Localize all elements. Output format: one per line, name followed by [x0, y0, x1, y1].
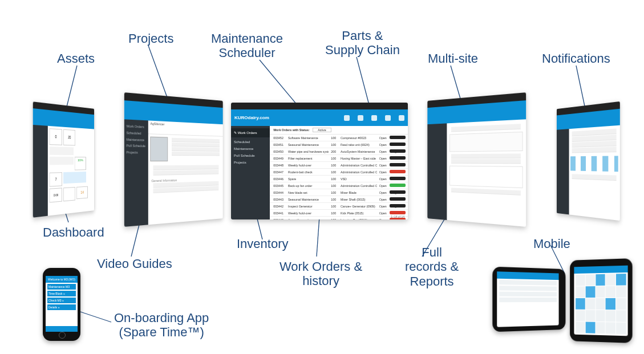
status-filter[interactable]: Active — [313, 128, 331, 132]
table-row[interactable]: 003450Water pipe and hardware system200A… — [270, 148, 408, 155]
table-row[interactable]: 003446Spare100VSDOpenLow — [270, 176, 408, 182]
sidebar-item-scheduled[interactable]: Scheduled Maintenance — [234, 139, 267, 152]
table-row[interactable]: 003449Filter replacement100Hosing Master… — [270, 155, 408, 162]
tablet-right — [570, 258, 632, 343]
truck-icon[interactable] — [399, 115, 404, 121]
phone-device: Welcome to M3 (WO) Maintenance M3 Time B… — [43, 268, 80, 341]
screenshot-asset-detail: Work Orders Scheduled Maintenance Pull S… — [124, 92, 223, 227]
phone-item[interactable]: Time Block » — [47, 291, 76, 296]
pager: 1–14 of 14 — [391, 215, 404, 218]
table-row[interactable]: 003441Weekly hold-over100Kick Plate (051… — [270, 210, 408, 217]
status-pill — [390, 211, 406, 214]
label-dashboard: Dashboard — [43, 225, 104, 239]
table-row[interactable]: 003451Seasonal Maintenance100Feed rake u… — [270, 141, 408, 148]
screenshot-scheduler — [557, 101, 620, 221]
label-multisite: Multi-site — [428, 51, 478, 66]
sidebar-item-pull[interactable]: Pull Schedule — [234, 152, 267, 159]
phone-title: Welcome to M3 (WO) — [46, 276, 78, 283]
status-pill — [390, 190, 406, 194]
table-row[interactable]: 003448Weekly hold-over100Administration … — [270, 162, 408, 169]
sidebar: Work Orders Scheduled Maintenance Pull S… — [124, 119, 148, 160]
label-mobile: Mobile — [533, 237, 570, 251]
label-inventory: Inventory — [237, 237, 289, 251]
svg-line-12 — [77, 311, 111, 322]
clipboard-icon[interactable] — [371, 115, 377, 121]
status-pill — [390, 163, 406, 166]
screenshot-records — [427, 92, 526, 227]
table-row[interactable]: 003444New blade set100Mixer BladeOpenHig… — [270, 189, 408, 196]
table-row[interactable]: 003452Software Maintenance100Compressor … — [270, 135, 408, 141]
svg-line-9 — [317, 217, 319, 257]
sidebar-item-work-orders[interactable]: ✎ Work Orders — [231, 128, 270, 137]
label-assets: Assets — [57, 51, 95, 66]
center-sidebar: ✎ Work Orders Scheduled Maintenance Pull… — [231, 126, 270, 169]
table-heading: Work Orders with Status: — [273, 128, 309, 132]
phone-item[interactable]: Check M3 » — [47, 298, 76, 303]
status-pill — [390, 177, 406, 180]
status-pill — [390, 204, 406, 207]
label-work-orders: Work Orders & history — [280, 259, 362, 288]
table-row[interactable]: 003442Inspect Generator100Canoe+ Generat… — [270, 203, 408, 210]
phone-item[interactable]: Maintenance M3 — [47, 284, 76, 290]
status-pill — [390, 136, 406, 139]
label-full-records: Full records & Reports — [405, 245, 459, 288]
label-parts-supply: Parts & Supply Chain — [325, 29, 400, 58]
label-video-guides: Video Guides — [97, 257, 172, 271]
status-pill — [390, 143, 406, 146]
tablet-left — [492, 267, 565, 332]
label-maintenance-scheduler: Maintenance Scheduler — [211, 31, 283, 60]
label-projects: Projects — [128, 31, 173, 46]
screenshot-dashboard: 0 20 100% 7 0.00 14 — [33, 101, 95, 217]
status-pill — [390, 184, 406, 187]
status-pill — [390, 170, 406, 173]
status-pill — [390, 197, 406, 201]
home-icon[interactable] — [344, 115, 350, 121]
phone-item[interactable]: Details » — [47, 304, 76, 310]
label-notifications: Notifications — [542, 51, 610, 66]
screenshot-work-orders: KUROdairy.com ✎ Work Orders Scheduled Ma… — [231, 103, 408, 219]
tag-icon[interactable] — [385, 115, 391, 121]
status-pill — [390, 149, 406, 153]
wrench-icon[interactable] — [358, 115, 363, 121]
table-row[interactable]: 003447Rodent-bait check100Administration… — [270, 169, 408, 176]
brand-text: KUROdairy.com — [234, 115, 269, 120]
home-button-icon[interactable] — [59, 332, 66, 339]
sidebar-item-projects[interactable]: Projects — [234, 159, 267, 166]
status-pill — [390, 156, 406, 160]
label-onboarding: On-boarding App (Spare Time™) — [114, 311, 209, 340]
table-row[interactable]: 003445Back-up fan order100Administration… — [270, 182, 408, 189]
table-row[interactable]: 003440Annual Inspection100Irrigation Pro… — [270, 217, 408, 219]
table-row[interactable]: 003443Seasonal Maintenance100Mixer Shaft… — [270, 196, 408, 203]
